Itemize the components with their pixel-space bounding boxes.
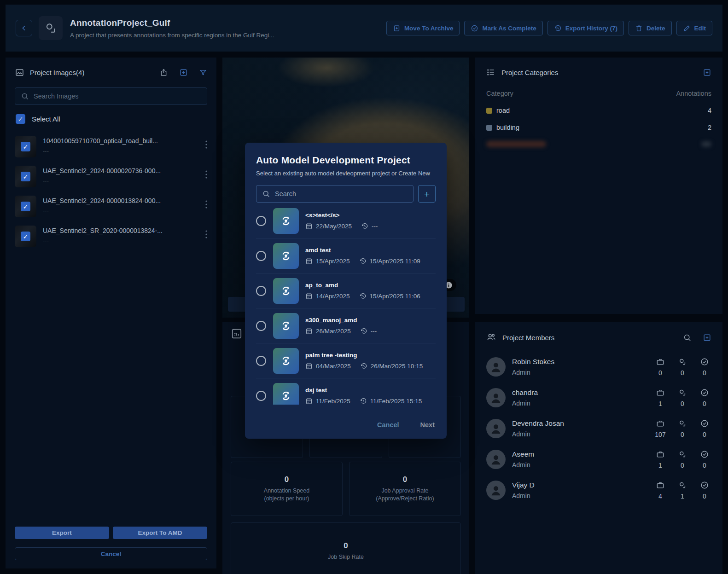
edit-button[interactable]: Edit [676,21,713,35]
image-meta: --- [43,237,163,244]
radio-button[interactable] [256,321,266,331]
member-name: Robin Stokes [512,358,554,366]
amd-project-row[interactable]: amd test 15/Apr/2025 15/Apr/2025 11:09 [256,238,436,273]
member-jobs-count: 1 [658,400,662,407]
member-name: Vijay D [512,481,535,489]
auto-model-icon [273,348,299,374]
amd-project-name: s300_manoj_amd [305,317,377,324]
annotation-speed-label: Annotation Speed [264,487,309,495]
select-all-row[interactable]: ✓ Select All [16,114,207,124]
member-name: chandra [512,388,538,397]
annotation-speed-sublabel: (objects per hour) [264,495,309,503]
member-row[interactable]: Robin Stokes Admin 0 0 0 [486,357,711,377]
amd-project-row[interactable]: palm tree -testing 04/Mar/2025 26/Mar/20… [256,343,436,378]
select-all-checkbox[interactable]: ✓ [16,114,25,124]
share-up-icon [159,68,168,77]
export-images-button[interactable] [159,68,168,77]
create-new-project-button[interactable]: + [418,185,436,203]
amd-updated-date: 15/Apr/2025 11:06 [370,293,420,300]
image-list-item[interactable]: ✓ UAE_Sentinel2_2024-0000020736-000... -… [15,166,207,187]
back-button[interactable] [16,20,32,36]
annotation-speed-card: 0 Annotation Speed (objects per hour) [231,462,343,516]
amd-created-date: 11/Feb/2025 [316,398,350,405]
modal-search-input[interactable] [275,190,408,197]
image-thumbnail: ✓ [15,166,36,187]
image-checkbox[interactable]: ✓ [21,142,30,151]
member-row[interactable]: chandra Admin 1 0 0 [486,388,711,407]
project-categories-title: Project Categories [501,69,558,76]
member-row[interactable]: Vijay D Admin 4 1 0 [486,481,711,500]
plus-square-icon [179,68,188,77]
amd-project-row[interactable]: ap_to_amd 14/Apr/2025 15/Apr/2025 11:06 [256,273,436,308]
search-members-button[interactable] [683,333,692,342]
search-icon [683,333,692,342]
image-checkbox[interactable]: ✓ [21,232,30,241]
job-approval-rate-card: 0 Job Approval Rate (Approve/Reject Rati… [349,462,461,516]
modal-title: Auto Model Development Project [256,155,436,166]
member-role: Admin [512,461,534,469]
category-row[interactable]: road 4 [486,107,711,114]
mark-as-complete-button[interactable]: Mark As Complete [464,21,542,35]
clock-history-icon [360,327,367,335]
avatar [486,388,506,407]
category-count-blurred [701,141,711,147]
image-search-input[interactable] [34,93,201,100]
radio-button[interactable] [256,356,266,366]
chevron-left-icon [20,24,28,32]
category-row[interactable]: building 2 [486,124,711,131]
amd-project-name: dsj test [305,387,422,394]
history-icon [554,24,562,32]
image-menu-button[interactable] [205,166,207,179]
radio-button[interactable] [256,251,266,261]
project-icon-tile [39,16,63,40]
export-to-amd-button[interactable]: Export To AMD [113,527,207,539]
filter-funnel-icon [199,69,207,77]
radio-button[interactable] [256,391,266,401]
annotation-icon [678,419,687,428]
modal-next-button[interactable]: Next [420,421,435,429]
avatar [486,450,506,469]
add-category-button[interactable] [703,68,711,77]
member-row[interactable]: Aseem Admin 1 0 0 [486,450,711,469]
image-list-item[interactable]: ✓ UAE_Sentinel2_2024-0000013824-000... -… [15,196,207,217]
check-circle-icon [700,388,709,397]
briefcase-icon [656,419,665,428]
auto-model-icon [273,208,299,234]
export-history-button[interactable]: Export History (7) [547,21,624,35]
modal-cancel-button[interactable]: Cancel [377,421,399,429]
export-button[interactable]: Export [15,527,109,539]
filter-images-button[interactable] [199,69,207,77]
member-role: Admin [512,492,535,499]
bar-chart-icon [231,328,243,340]
amd-project-row[interactable]: s300_manoj_amd 26/Mar/2025 --- [256,308,436,343]
job-skip-rate-value: 0 [344,541,348,551]
auto-model-icon [273,383,299,405]
category-row-redacted[interactable] [486,141,711,147]
image-list-item[interactable]: ✓ 1040010059710700_optical_road_buil... … [15,136,207,157]
add-image-button[interactable] [179,68,188,77]
radio-button[interactable] [256,286,266,296]
delete-button[interactable]: Delete [629,21,672,35]
category-color-swatch [486,108,492,114]
image-meta: --- [43,147,158,154]
image-list-item[interactable]: ✓ UAE_Sentinel2_SR_2020-0000013824-... -… [15,226,207,247]
clock-history-icon [359,257,367,265]
image-checkbox[interactable]: ✓ [21,202,30,211]
project-categories-panel: Project Categories Category Annotations … [475,58,722,314]
image-menu-button[interactable] [205,136,207,149]
member-row[interactable]: Devendra Josan Admin 107 0 0 [486,419,711,438]
cancel-export-button[interactable]: Cancel [15,547,207,560]
move-to-archive-button[interactable]: Move To Archive [386,21,460,35]
add-member-button[interactable] [703,333,711,342]
member-name: Devendra Josan [512,419,564,428]
calendar-icon [305,257,313,265]
amd-project-row[interactable]: <s>test</s> 22/May/2025 --- [256,203,436,238]
member-approvals-count: 0 [703,462,706,469]
list-icon [486,68,495,77]
radio-button[interactable] [256,216,266,226]
image-checkbox[interactable]: ✓ [21,172,30,181]
image-menu-button[interactable] [205,226,207,238]
image-menu-button[interactable] [205,196,207,209]
amd-project-row[interactable]: dsj test 11/Feb/2025 11/Feb/2025 15:15 [256,378,436,405]
job-skip-rate-card: 0 Job Skip Rate [231,522,461,574]
